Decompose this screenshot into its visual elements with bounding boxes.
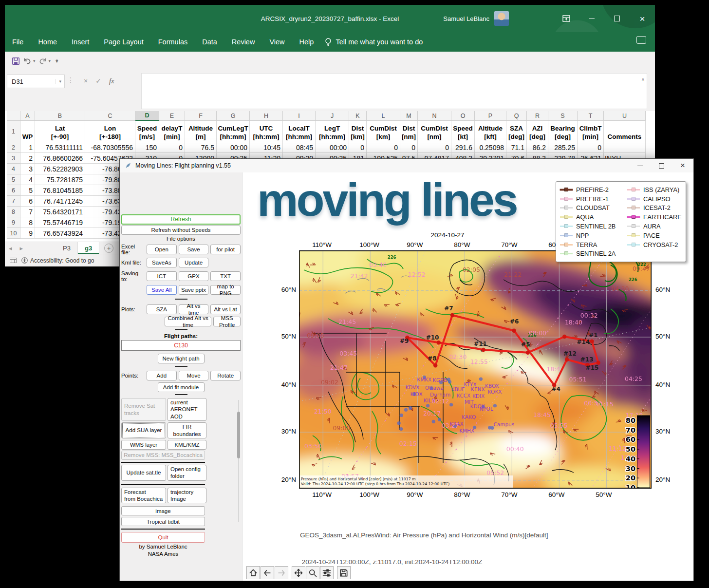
cell-P2[interactable]: 0.25098 <box>475 142 506 153</box>
flight-paths-listbox[interactable]: C130 <box>121 340 241 351</box>
cell-A10[interactable]: 9 <box>20 228 35 239</box>
ribbon-tab-file[interactable]: File <box>5 32 31 52</box>
btn-saveas[interactable]: SaveAs <box>147 258 177 267</box>
cell-B5[interactable]: 75.7281875 <box>35 174 85 185</box>
field-header-cumdist[interactable]: CumDist[km] <box>367 121 400 142</box>
btn-quit[interactable]: Quit <box>121 532 205 543</box>
cell-A7[interactable]: 6 <box>20 196 35 207</box>
row-header-7[interactable]: 7 <box>7 196 20 207</box>
col-header-O[interactable]: O <box>451 111 475 121</box>
col-header-U[interactable]: U <box>604 111 646 121</box>
cell-B10[interactable]: 76.65743924 <box>35 228 85 239</box>
cell-S2[interactable]: 285.25 <box>548 142 578 153</box>
field-header-delayt[interactable]: delayT[min] <box>159 121 185 142</box>
sheet-nav-prev-icon[interactable]: ◂ <box>5 245 16 252</box>
cell-Q2[interactable]: 71.1 <box>506 142 527 153</box>
formula-input[interactable]: ∧ <box>141 73 647 109</box>
accessibility-status[interactable]: Accessibility: Good to go <box>21 257 94 264</box>
field-header-sza[interactable]: SZA[deg] <box>506 121 527 142</box>
sheet-nav-next-icon[interactable]: ▸ <box>16 245 27 252</box>
collapse-formula-bar-icon[interactable]: ∧ <box>641 76 645 82</box>
field-header-climbt[interactable]: ClimbT[min] <box>578 121 604 142</box>
back-button[interactable] <box>261 566 274 579</box>
ribbon-tab-home[interactable]: Home <box>31 32 64 52</box>
btn-update-sat-tle[interactable]: Update sat.tle <box>121 465 166 481</box>
close-button[interactable]: × <box>630 5 655 32</box>
ribbon-tab-page-layout[interactable]: Page Layout <box>96 32 150 52</box>
cell-J2[interactable]: 00:00 <box>316 142 349 153</box>
field-header-lat[interactable]: Lat[+-90] <box>35 121 85 142</box>
field-header-lon[interactable]: Lon[+-180] <box>85 121 135 142</box>
btn-new-flight-path[interactable]: New flight path <box>158 354 205 363</box>
waypoint-marker[interactable] <box>450 313 454 317</box>
btn-open[interactable]: Open <box>147 245 177 254</box>
customize-qat-caret[interactable]: ▾̄ <box>56 58 58 64</box>
cell-N2[interactable]: 0 <box>418 142 451 153</box>
cell-I2[interactable]: 08:45 <box>283 142 316 153</box>
cell-C2[interactable]: -68.70305556 <box>85 142 135 153</box>
sidebar-scrollbar[interactable] <box>237 400 241 522</box>
btn-alt-vs-lat[interactable]: Alt vs Lat <box>210 304 241 314</box>
col-header-N[interactable]: N <box>418 111 451 121</box>
cell-A6[interactable]: 5 <box>20 185 35 196</box>
field-header-altitude[interactable]: Altitude[m] <box>185 121 217 142</box>
field-header-speed[interactable]: Speed[m/s] <box>135 121 159 142</box>
field-header-altitude[interactable]: Altitude[kft] <box>475 121 506 142</box>
cell-R2[interactable]: 86.2 <box>527 142 548 153</box>
cell-A2[interactable]: 1 <box>20 142 35 153</box>
pan-button[interactable] <box>292 566 305 579</box>
row-header-1[interactable]: 1 <box>7 121 20 142</box>
btn-gpx[interactable]: GPX <box>179 271 209 281</box>
btn-rotate[interactable]: Rotate <box>210 371 241 380</box>
field-header-speed[interactable]: Speed[kt] <box>451 121 475 142</box>
field-header-localt[interactable]: LocalT[hh:mm] <box>283 121 316 142</box>
redo-icon[interactable] <box>38 57 47 65</box>
waypoint-marker[interactable] <box>565 358 569 361</box>
col-header-G[interactable]: G <box>217 111 250 121</box>
field-header-cumlegt[interactable]: CumLegT[hh:mm] <box>217 121 250 142</box>
cell-E2[interactable]: 0 <box>159 142 185 153</box>
undo-dropdown-caret[interactable]: ▾ <box>33 58 36 63</box>
redo-dropdown-caret[interactable]: ▾ <box>49 58 51 63</box>
cell-L2[interactable]: 0 <box>367 142 400 153</box>
btn-tropical-tidbit[interactable]: Tropical tidbit <box>121 517 205 526</box>
btn-refresh[interactable]: Refresh <box>121 214 241 225</box>
col-header-A[interactable]: A <box>20 111 35 121</box>
btn-open-config-folder[interactable]: Open config folder <box>168 465 206 481</box>
waypoint-marker[interactable] <box>590 340 594 343</box>
btn-save-pptx[interactable]: Save pptx <box>179 285 209 295</box>
btn-move[interactable]: Move <box>179 371 209 380</box>
btn-wms-layer[interactable]: WMS layer <box>121 440 166 450</box>
col-header-I[interactable]: I <box>283 111 316 121</box>
row-header-8[interactable]: 8 <box>7 207 20 217</box>
col-header-B[interactable]: B <box>35 111 85 121</box>
cell-B7[interactable]: 76.74171245 <box>35 196 85 207</box>
cell-O2[interactable]: 291.6 <box>451 142 475 153</box>
btn-txt[interactable]: TXT <box>210 271 241 281</box>
btn-trajectory-image[interactable]: trajectory Image <box>168 488 206 504</box>
cancel-entry-icon[interactable]: × <box>84 77 88 85</box>
cell-A5[interactable]: 4 <box>20 174 35 185</box>
col-header-L[interactable]: L <box>367 111 400 121</box>
minimize-button[interactable] <box>579 5 604 32</box>
btn-add-flt-module[interactable]: Add flt module <box>158 382 205 392</box>
select-all-corner[interactable] <box>7 111 20 121</box>
col-header-D[interactable]: D <box>135 111 159 121</box>
tell-me-box[interactable]: Tell me what you want to do <box>325 38 423 46</box>
btn-fir-boundaries[interactable]: FIR boundaries <box>168 422 206 438</box>
cell-B2[interactable]: 76.53111111 <box>35 142 85 153</box>
btn-map-to-png[interactable]: map to PNG <box>210 285 241 295</box>
row-header-10[interactable]: 10 <box>7 228 20 239</box>
btn-current-aeronet-aod[interactable]: current AERONET AOD <box>168 398 206 421</box>
ribbon-tab-view[interactable]: View <box>262 32 292 52</box>
home-button[interactable] <box>246 566 260 579</box>
col-header-F[interactable]: F <box>185 111 217 121</box>
scrollbar-thumb[interactable] <box>237 412 240 458</box>
flight-map-canvas[interactable]: 226226222226 KMKXKGRBKDVXOttawaKIDXDurha… <box>299 250 652 489</box>
btn-sza[interactable]: SZA <box>147 304 177 314</box>
col-header-E[interactable]: E <box>159 111 185 121</box>
btn-refresh-without-speeds[interactable]: Refresh without Speeds <box>121 226 241 235</box>
cell-A3[interactable]: 2 <box>20 153 35 164</box>
close-button[interactable]: × <box>672 159 693 172</box>
avatar[interactable] <box>494 11 509 26</box>
